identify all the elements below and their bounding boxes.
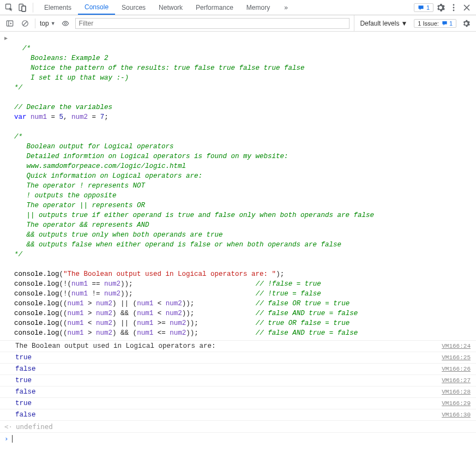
output-value: true [15,377,32,384]
issues-label: 1 Issue: [418,20,439,27]
issues-chip[interactable]: 1 Issue: 1 [414,19,456,28]
message-icon [442,20,448,26]
settings-icon[interactable] [435,2,447,14]
svg-rect-7 [7,21,13,26]
tab-elements[interactable]: Elements [38,0,78,15]
text-cursor [12,435,13,443]
return-value: undefined [16,422,53,431]
source-link[interactable]: VM166:25 [442,354,471,361]
sidebar-toggle-icon[interactable] [4,18,15,29]
source-link[interactable]: VM166:30 [442,412,471,418]
output-value: false [15,388,36,396]
filter-input[interactable] [75,18,350,29]
output-value: The Boolean output used in Logical opera… [15,342,216,350]
source-link[interactable]: VM166:27 [442,377,471,384]
more-icon[interactable] [448,2,460,14]
return-arrow-icon: <· [4,422,13,431]
console-return-row: <· undefined [0,421,476,433]
console-output: The Boolean output used in Logical opera… [0,341,476,421]
issues-count: 1 [449,20,453,27]
console-output-row: trueVM166:29 [0,398,476,409]
source-link[interactable]: VM166:29 [442,400,471,407]
console-toolbar: top ▼ Default levels ▼ 1 Issue: 1 [0,15,476,32]
svg-point-5 [453,7,455,8]
tab-strip: ElementsConsoleSourcesNetworkPerformance… [38,0,276,15]
live-expression-icon[interactable] [60,18,71,29]
tab-network[interactable]: Network [152,0,189,15]
console-output-row: The Boolean output used in Logical opera… [0,341,476,352]
svg-point-9 [64,22,67,25]
output-value: true [15,354,32,361]
console-prompt[interactable]: › [0,433,476,444]
tabs-overflow[interactable]: » [278,4,294,11]
tab-memory[interactable]: Memory [240,0,276,15]
clear-console-icon[interactable] [20,18,31,29]
console-settings-icon[interactable] [461,18,472,29]
message-icon [418,4,424,11]
tab-console[interactable]: Console [78,0,115,15]
console-output-row: falseVM166:26 [0,364,476,375]
chevron-down-icon: ▼ [51,21,56,26]
divider [35,19,35,28]
inspect-icon[interactable] [3,2,15,14]
devtools-tabs-bar: ElementsConsoleSourcesNetworkPerformance… [0,0,476,15]
prompt-arrow-icon: › [4,434,9,443]
expand-arrow-icon[interactable]: ▶ [4,34,8,44]
device-toggle-icon[interactable] [16,2,28,14]
log-levels-selector[interactable]: Default levels ▼ [354,15,407,31]
console-output-row: trueVM166:25 [0,352,476,364]
source-link[interactable]: VM166:26 [442,366,471,372]
context-selector[interactable]: top ▼ [40,20,56,27]
close-icon[interactable] [461,2,473,14]
output-value: true [15,400,32,407]
divider [33,3,33,13]
console-input-echo: ▶/* Booleans: Example 2 Notice the patte… [0,32,476,341]
messages-count: 1 [426,4,430,11]
output-value: false [15,365,36,373]
context-label: top [40,20,49,27]
console-output-row: falseVM166:30 [0,409,476,421]
svg-point-6 [453,9,455,11]
console-output-row: falseVM166:28 [0,387,476,398]
tab-performance[interactable]: Performance [189,0,240,15]
source-link[interactable]: VM166:24 [442,343,471,349]
messages-badge[interactable]: 1 [414,3,433,12]
output-value: false [15,411,36,419]
tab-sources[interactable]: Sources [115,0,152,15]
levels-label: Default levels [360,20,399,27]
source-link[interactable]: VM166:28 [442,389,471,395]
console-output-row: trueVM166:27 [0,375,476,387]
chevron-down-icon: ▼ [401,20,407,27]
svg-rect-2 [22,6,26,11]
svg-point-4 [453,4,455,5]
